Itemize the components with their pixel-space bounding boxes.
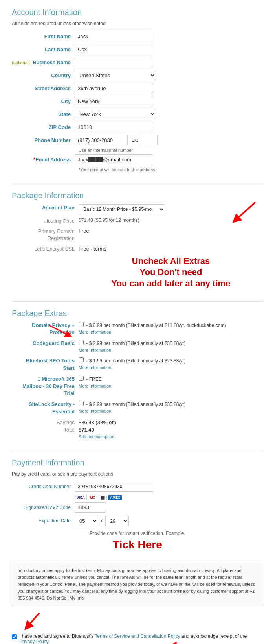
total-row: Total $71.40 xyxy=(12,427,263,433)
tick-arrow-container xyxy=(20,611,263,632)
street-label: Street Address xyxy=(12,85,75,91)
domain-privacy-checkbox[interactable] xyxy=(79,322,84,327)
package-section: Package Information Account Plan Basic 1… xyxy=(12,191,263,290)
ms365-label: 1 Microsoft 365Mailbox - 30 Day FreeTria… xyxy=(12,376,79,397)
cc-number-input[interactable] xyxy=(75,482,153,492)
zip-label: ZIP Code xyxy=(12,124,75,130)
ms365-checkbox-label[interactable]: - FREE xyxy=(79,376,102,382)
cc-number-label: Credit Card Number xyxy=(12,484,75,489)
ssl-row: Let's Encrypt SSL Free - terms xyxy=(12,245,263,253)
terms-box: Introductory prices apply to the first t… xyxy=(12,563,263,606)
exp-month-select[interactable]: 05 01020304 06070809 101112 xyxy=(75,516,98,526)
domain-reg-row: Primary DomainRegistration Free xyxy=(12,228,263,242)
account-plan-label: Account Plan xyxy=(12,204,79,211)
tick-here-annotation: Tick Here xyxy=(12,539,263,551)
expiry-fields: 05 01020304 06070809 101112 / 29 2425262… xyxy=(75,516,129,526)
street-row: Street Address xyxy=(12,83,263,93)
codeguard-row: Codeguard Basic - $ 2.99 per month (Bill… xyxy=(12,340,263,354)
agree-checkbox[interactable] xyxy=(12,634,17,639)
total-label: Total xyxy=(12,427,79,433)
optional-tag: (optional) xyxy=(12,60,30,65)
country-row: Country United States Canada United King… xyxy=(12,70,263,80)
payment-title: Payment Information xyxy=(12,458,263,469)
privacy-link[interactable]: Privacy Policy xyxy=(19,639,48,644)
domain-privacy-more-info[interactable]: More Information xyxy=(79,329,263,336)
phone-field-group: Ext xyxy=(75,135,158,145)
payment-section: Payment Information Pay by credit card, … xyxy=(12,458,263,551)
country-select[interactable]: United States Canada United Kingdom xyxy=(75,70,156,80)
seo-tools-checkbox-label[interactable]: - $ 1.99 per month (Billed annually at $… xyxy=(79,358,186,364)
state-select[interactable]: New York California Texas xyxy=(75,109,156,119)
business-name-input[interactable] xyxy=(75,57,153,67)
phone-row: Phone Number Ext xyxy=(12,135,263,145)
amex-icon: AMEX xyxy=(108,495,122,500)
business-name-row: (optional) Business Name xyxy=(12,57,263,67)
expiry-label: Expiration Date xyxy=(12,518,75,524)
domain-privacy-content: - $ 0.99 per month (Billed annually at $… xyxy=(79,322,263,336)
city-input[interactable] xyxy=(75,96,153,106)
last-name-label: Last Name xyxy=(12,46,75,52)
hosting-price-label: Hosting Price xyxy=(12,218,79,225)
zip-input[interactable] xyxy=(75,122,153,132)
ext-label: Ext xyxy=(131,137,138,143)
ms365-more-info[interactable]: More Information xyxy=(79,383,263,389)
ms365-content: - FREE More Information xyxy=(79,376,263,389)
seo-tools-more-info[interactable]: More Information xyxy=(79,364,263,371)
exp-year-select[interactable]: 29 24252627 283031 xyxy=(105,516,129,526)
codeguard-checkbox[interactable] xyxy=(79,340,84,345)
savings-label: Savings xyxy=(12,419,79,425)
arrow-annotation-container: Account Plan Basic 12 Month Price - $5.9… xyxy=(12,204,263,253)
ext-input[interactable] xyxy=(140,135,158,145)
last-name-input[interactable] xyxy=(75,44,153,54)
sitelock-row: SiteLock Security -Essential - $ 2.99 pe… xyxy=(12,401,263,415)
email-row: *Email Address xyxy=(12,154,263,164)
mastercard-icon: MC xyxy=(88,495,97,500)
cvv-label: Signature/CVV2 Code xyxy=(12,505,75,510)
sitelock-checkbox-label[interactable]: - $ 2.99 per month (Billed annually at $… xyxy=(79,402,186,407)
domain-privacy-row: Domain Privacy +Protection - $ 0.99 per … xyxy=(12,322,263,336)
codeguard-checkbox-label[interactable]: - $ 2.99 per month (Billed annually at $… xyxy=(79,341,186,346)
seo-tools-checkbox[interactable] xyxy=(79,357,84,362)
ssl-value: Free - terms xyxy=(79,245,106,253)
seo-tools-content: - $ 1.99 per month (Billed annually at $… xyxy=(79,357,263,371)
domain-privacy-checkbox-label[interactable]: - $ 0.99 per month (Billed annually at $… xyxy=(79,323,226,328)
sitelock-label: SiteLock Security -Essential xyxy=(12,401,79,415)
tos-link[interactable]: Terms of Service and Cancellation Policy xyxy=(95,633,180,639)
domain-reg-value: Free xyxy=(79,228,89,234)
savings-row: Savings $36.48 (33% off) xyxy=(12,419,263,425)
email-input[interactable] xyxy=(75,154,153,164)
street-input[interactable] xyxy=(75,83,153,93)
country-label: Country xyxy=(12,72,75,78)
svg-line-7 xyxy=(149,642,177,644)
domain-reg-label: Primary DomainRegistration xyxy=(12,228,79,242)
visa-icon: VISA xyxy=(75,495,87,500)
cc-number-row: Credit Card Number xyxy=(12,482,263,492)
account-plan-select[interactable]: Basic 12 Month Price - $5.95/mo. Basic 2… xyxy=(79,204,165,214)
business-name-label: (optional) Business Name xyxy=(12,59,75,65)
intl-note: Use an international number xyxy=(79,148,263,153)
first-name-input[interactable] xyxy=(75,31,153,41)
ssl-label: Let's Encrypt SSL xyxy=(12,245,79,253)
codeguard-label: Codeguard Basic xyxy=(12,340,79,347)
cvv-row: Signature/CVV2 Code xyxy=(12,502,263,513)
cvv-input[interactable] xyxy=(75,502,106,513)
svg-line-1 xyxy=(236,202,255,220)
seo-tools-row: Bluehost SEO ToolsStart - $ 1.99 per mon… xyxy=(12,357,263,371)
sitelock-checkbox[interactable] xyxy=(79,401,84,406)
phone-label: Phone Number xyxy=(12,137,75,143)
sitelock-more-info[interactable]: More Information xyxy=(79,408,263,415)
savings-value: $36.48 (33% off) xyxy=(79,419,116,425)
first-name-label: First Name xyxy=(12,33,75,39)
submit-arrow-svg xyxy=(138,640,185,644)
payment-subtitle: Pay by credit card, or see more payment … xyxy=(12,471,263,477)
last-name-row: Last Name xyxy=(12,44,263,54)
tax-exempt-link[interactable]: Add tax exemption xyxy=(79,434,263,439)
red-arrow-svg xyxy=(212,200,259,224)
extras-section: Package Extras Domain Privacy +Protectio… xyxy=(12,309,263,439)
phone-input[interactable] xyxy=(75,135,128,145)
ms365-checkbox[interactable] xyxy=(79,376,84,381)
svg-line-5 xyxy=(28,613,39,627)
codeguard-more-info[interactable]: More Information xyxy=(79,347,263,354)
state-label: State xyxy=(12,111,75,117)
city-row: City xyxy=(12,96,263,106)
